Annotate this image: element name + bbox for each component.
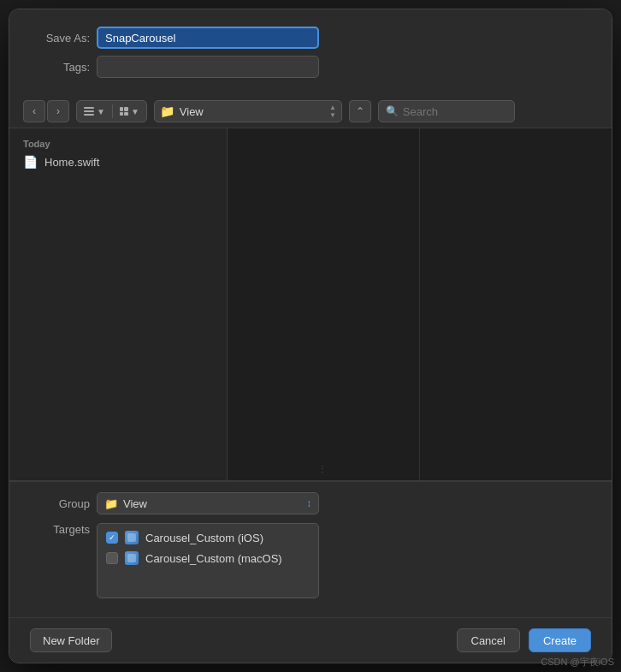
tags-label: Tags: [30,61,90,74]
save-as-label: Save As: [30,32,90,45]
list-view-label: ▼ [97,107,105,116]
bottom-section: Group 📁 View ↕ Targets ✓ Carousel_Custom… [9,481,612,617]
list-view-button[interactable]: ▼ [77,101,112,122]
target-ios-label: Carousel_Custom (iOS) [145,532,263,544]
group-dropdown[interactable]: 📁 View ↕ [97,492,319,514]
search-input[interactable] [403,105,507,118]
expand-button[interactable]: ⌃ [349,100,371,122]
group-value: View [123,497,147,510]
target-item-ios[interactable]: ✓ Carousel_Custom (iOS) [98,527,318,548]
save-as-row: Save As: [30,27,591,49]
dropdown-arrows: ▲ ▼ [329,104,336,119]
target-ios-checkbox[interactable]: ✓ [106,532,118,544]
save-as-input[interactable] [97,27,319,49]
swift-file-icon: 📄 [23,155,38,169]
checkmark-icon: ✓ [109,533,115,542]
svg-rect-2 [84,114,94,116]
group-label: Group [30,497,90,510]
tags-row: Tags: [30,56,591,78]
sidebar-section-today: Today [9,135,227,152]
target-macos-checkbox[interactable] [106,552,118,564]
content-column-1: ⋮ [228,128,420,480]
group-folder-icon: 📁 [104,497,118,510]
dialog-footer: New Folder Cancel Create [9,617,612,663]
targets-label: Targets [30,523,90,536]
tags-input[interactable] [97,56,319,78]
main-content: ⋮ [228,128,612,480]
targets-row: Targets ✓ Carousel_Custom (iOS) [30,523,591,598]
save-dialog: Save As: Tags: ‹ › ▼ [9,9,612,663]
nav-button-group: ‹ › [23,100,69,122]
toolbar: ‹ › ▼ ▼ [9,95,612,128]
location-text: View [180,105,324,118]
group-row: Group 📁 View ↕ [30,492,591,514]
search-box[interactable]: 🔍 [378,100,515,122]
resize-handle[interactable]: ⋮ [318,464,328,473]
svg-rect-0 [84,107,94,109]
target-macos-app-icon [125,551,139,565]
group-dropdown-arrow: ↕ [306,497,311,509]
targets-list: ✓ Carousel_Custom (iOS) Carousel_Custom … [97,523,319,598]
create-button[interactable]: Create [529,628,591,652]
new-folder-button[interactable]: New Folder [30,628,112,652]
dialog-header: Save As: Tags: [9,9,612,95]
watermark: CSDN @宇夜iOS [541,656,614,669]
main-panel: ⋮ [228,128,612,480]
target-item-macos[interactable]: Carousel_Custom (macOS) [98,548,318,568]
view-toggle-group: ▼ ▼ [76,100,147,122]
back-button[interactable]: ‹ [23,100,45,122]
cancel-button[interactable]: Cancel [457,628,520,652]
grid-view-button[interactable]: ▼ [113,101,146,122]
list-item[interactable]: 📄 Home.swift [9,152,227,171]
forward-button[interactable]: › [47,100,69,122]
search-icon: 🔍 [386,105,399,117]
sidebar-panel: Today 📄 Home.swift [9,128,228,480]
list-view-icon [84,106,94,116]
footer-right-buttons: Cancel Create [457,628,592,652]
file-name: Home.swift [44,156,99,169]
location-dropdown[interactable]: 📁 View ▲ ▼ [154,100,342,122]
grid-view-label: ▼ [131,107,139,116]
folder-icon: 📁 [160,104,174,118]
target-ios-app-icon [125,531,139,544]
file-browser: Today 📄 Home.swift ⋮ [9,128,612,481]
svg-rect-1 [84,110,94,112]
targets-empty-space [98,568,318,594]
grid-view-icon [120,107,128,116]
target-macos-label: Carousel_Custom (macOS) [145,552,282,565]
content-column-2 [420,128,612,480]
